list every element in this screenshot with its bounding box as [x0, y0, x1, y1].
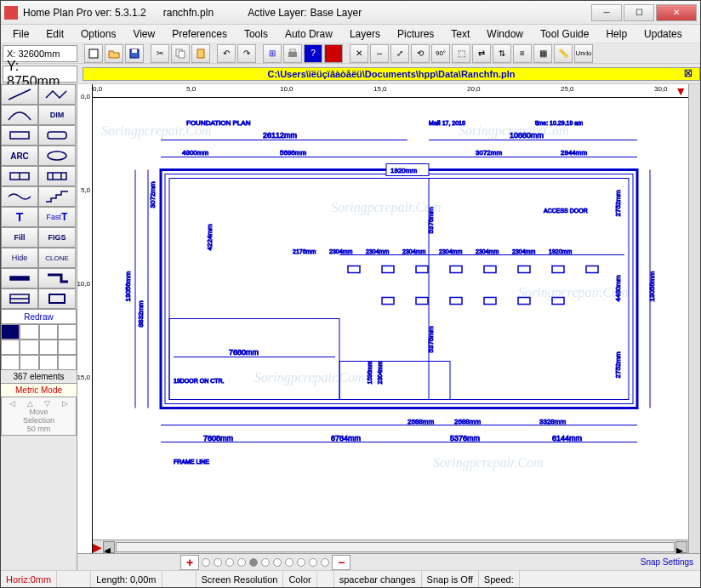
zoom-level-2[interactable] — [214, 558, 222, 567]
mirror-v-button[interactable]: ⇅ — [493, 44, 511, 63]
menu-updates[interactable]: Updates — [635, 26, 691, 42]
curve-tool[interactable] — [1, 105, 38, 125]
pipe-tool[interactable] — [38, 268, 76, 288]
zoom-level-4[interactable] — [237, 558, 246, 567]
menu-help[interactable]: Help — [597, 26, 635, 42]
move-up-icon[interactable]: △ — [27, 399, 33, 408]
color-white5[interactable] — [20, 340, 38, 355]
redraw-button[interactable]: Redraw — [1, 309, 77, 324]
open-button[interactable] — [105, 44, 123, 63]
vertical-scrollbar[interactable] — [688, 84, 700, 553]
zoom-level-6[interactable] — [261, 558, 270, 567]
menu-layers[interactable]: Layers — [341, 26, 389, 42]
zoom-level-7[interactable] — [273, 558, 282, 567]
move-left-icon[interactable]: ◁ — [9, 399, 15, 408]
exit-button[interactable] — [324, 44, 343, 63]
zoom-level-9[interactable] — [297, 558, 305, 567]
panel-tool[interactable] — [1, 288, 38, 309]
move-button[interactable]: ↔ — [370, 44, 389, 63]
zoom-level-1[interactable] — [202, 558, 210, 567]
box-tool[interactable] — [38, 288, 76, 309]
zoom-level-11[interactable] — [321, 558, 329, 567]
color-white2[interactable] — [39, 324, 58, 340]
menu-preferences[interactable]: Preferences — [163, 26, 236, 42]
wave-tool[interactable] — [1, 186, 38, 207]
cut-button[interactable]: ✂ — [151, 44, 169, 63]
copy-button[interactable] — [171, 44, 190, 63]
paste-button[interactable] — [191, 44, 210, 63]
stairs-tool[interactable] — [38, 186, 76, 207]
rect-tool[interactable] — [1, 125, 38, 146]
align-button[interactable]: ≡ — [513, 44, 532, 63]
status-color[interactable]: Color — [283, 571, 316, 587]
zoom-level-10[interactable] — [309, 558, 317, 567]
zoom-level-5[interactable] — [249, 558, 258, 567]
color-white8[interactable] — [1, 355, 20, 370]
measure-button[interactable]: 📏 — [554, 44, 573, 63]
menu-autodraw[interactable]: Auto Draw — [276, 26, 341, 42]
color-white[interactable] — [20, 324, 38, 340]
door-tool[interactable] — [1, 166, 38, 186]
wall-tool[interactable] — [1, 268, 38, 288]
ellipse-tool[interactable] — [38, 146, 76, 166]
menu-options[interactable]: Options — [72, 26, 124, 42]
menu-text[interactable]: Text — [442, 26, 478, 42]
scroll-right-button[interactable]: ▸ — [675, 541, 687, 553]
line-tool[interactable] — [1, 84, 38, 105]
fast-text-tool[interactable]: FastT — [38, 207, 76, 227]
zoom-in-button[interactable]: + — [180, 555, 199, 570]
menu-file[interactable]: File — [4, 26, 37, 42]
close-button[interactable]: ✕ — [656, 4, 697, 21]
rotate-button[interactable]: ⟲ — [411, 44, 430, 63]
clone-tool[interactable]: CLONE — [38, 248, 76, 268]
metric-mode[interactable]: Metric Mode — [1, 383, 77, 397]
help-button[interactable]: ? — [304, 44, 322, 63]
rotate90-button[interactable]: 90° — [431, 44, 450, 63]
group-button[interactable]: ▦ — [533, 44, 552, 63]
menu-toolguide[interactable]: Tool Guide — [532, 26, 597, 42]
hide-tool[interactable]: Hide — [1, 248, 38, 268]
color-white6[interactable] — [39, 340, 58, 355]
drawing-canvas[interactable]: Soringpcrepair.Com Soringpcrepair.Com So… — [93, 98, 688, 539]
move-down-icon[interactable]: ▽ — [44, 399, 50, 408]
color-white3[interactable] — [58, 324, 77, 340]
text-tool[interactable]: T — [1, 207, 38, 227]
menu-view[interactable]: View — [124, 26, 163, 42]
roundrect-tool[interactable] — [38, 125, 76, 146]
window-tool[interactable] — [38, 166, 76, 186]
snap-settings-link[interactable]: Snap Settings — [641, 557, 693, 567]
delete-button[interactable]: ✕ — [350, 44, 368, 63]
color-white10[interactable] — [39, 355, 58, 370]
redo-button[interactable]: ↷ — [237, 44, 256, 63]
menu-window[interactable]: Window — [478, 26, 532, 42]
menu-tools[interactable]: Tools — [236, 26, 276, 42]
color-navy[interactable] — [1, 324, 20, 340]
maximize-button[interactable]: ☐ — [624, 4, 654, 21]
figs-tool[interactable]: FIGS — [38, 227, 76, 248]
horizontal-scrollbar[interactable]: ▶ ◂ ▸ — [93, 539, 688, 553]
save-button[interactable] — [125, 44, 144, 63]
fill-tool[interactable]: Fill — [1, 227, 38, 248]
path-close-icon[interactable]: ☒ — [684, 68, 692, 79]
polyline-tool[interactable] — [38, 84, 76, 105]
status-screen[interactable]: Screen Resolution — [197, 571, 284, 587]
zoom-level-8[interactable] — [285, 558, 294, 567]
move-right-icon[interactable]: ▷ — [62, 399, 68, 408]
menu-edit[interactable]: Edit — [37, 26, 72, 42]
color-palette[interactable] — [1, 324, 77, 370]
status-snap[interactable]: Snap is Off — [422, 571, 479, 587]
zoom-button[interactable]: ⊞ — [263, 44, 282, 63]
select-button[interactable]: ⬚ — [452, 44, 470, 63]
dim-tool[interactable]: DIM — [38, 105, 76, 125]
color-white11[interactable] — [58, 355, 77, 370]
scale-button[interactable]: ⤢ — [390, 44, 409, 63]
undo2-button[interactable]: Undo — [574, 44, 593, 63]
y-coord[interactable]: Y: 8750mm — [3, 66, 77, 83]
color-white9[interactable] — [20, 355, 38, 370]
color-white7[interactable] — [58, 340, 77, 355]
new-button[interactable] — [84, 44, 103, 63]
zoom-level-3[interactable] — [225, 558, 234, 567]
color-white4[interactable] — [1, 340, 20, 355]
menu-pictures[interactable]: Pictures — [389, 26, 442, 42]
arc-tool[interactable]: ARC — [1, 146, 38, 166]
